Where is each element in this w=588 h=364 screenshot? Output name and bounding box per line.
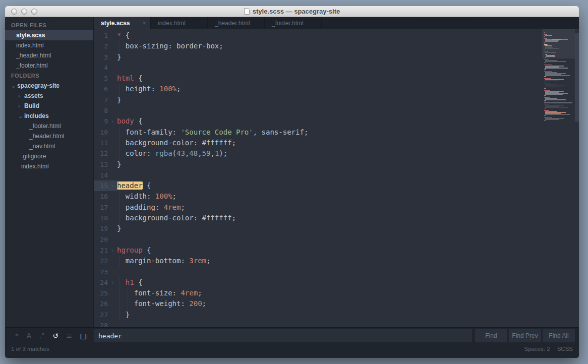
sidebar-folder-item[interactable]: ›Build [5,101,93,111]
open-file-item[interactable]: index.html [5,40,93,50]
minimap-mark [544,95,546,96]
code-line[interactable]: 25 font-size: 4rem; [94,288,542,298]
code-line[interactable]: 1* { [94,30,542,41]
gutter: 12 [94,148,117,159]
code-token: } [117,224,121,232]
code-text: body { [117,116,542,127]
code-line[interactable]: 4 [94,63,542,73]
find-button-find[interactable]: Find [475,329,507,342]
code-token: background-color: #ffffff; [117,139,236,147]
vertical-scrollbar[interactable] [575,29,579,327]
whole-word-icon[interactable]: ." [39,332,45,340]
code-token: ; [198,289,202,297]
code-line[interactable]: 3} [94,52,542,63]
code-token: } [117,311,130,319]
code-token: } [117,96,121,104]
line-number: 8 [94,105,108,116]
sidebar-file-item[interactable]: _header.html [5,131,93,141]
open-file-item[interactable]: _header.html [5,50,93,60]
code-line[interactable]: 23 [94,267,542,277]
code-line[interactable]: 2 box-sizing: border-box; [94,41,542,51]
code-line[interactable]: 20 [94,234,542,245]
sidebar-folder-item[interactable]: ⌄spacegray-site [5,81,93,91]
fold-arrow-icon[interactable]: › [108,245,117,256]
zoom-window-button[interactable] [31,9,37,15]
code-line[interactable]: 9›body { [94,116,542,127]
code-line[interactable]: 14 [94,170,542,180]
code-text [117,234,542,245]
find-input[interactable] [94,329,472,342]
tab-_footer-html[interactable]: _footer.html [265,17,322,29]
indent-status[interactable]: Spaces: 2 [524,346,550,352]
minimap-viewport[interactable] [542,29,575,58]
code-token: 100% [155,192,172,200]
fold-spacer [108,84,117,94]
in-selection-icon[interactable]: ≡ [66,332,72,340]
open-file-item[interactable]: _footer.html [5,60,93,71]
scrollbar-thumb[interactable] [575,33,579,122]
title-bar[interactable]: style.scss — spacegray-site [5,6,579,17]
sidebar-file-item[interactable]: _nav.html [5,141,93,151]
code-token: ); [219,149,227,157]
sidebar-file-item[interactable]: index.html [5,161,93,171]
code-line[interactable]: 22 margin-bottom: 3rem; [94,256,542,266]
code-line[interactable]: 10 font-family: 'Source Code Pro', sans-… [94,127,542,138]
sidebar-folder-item[interactable]: ⌄includes [5,111,93,121]
window-title: style.scss — spacegray-site [253,8,340,15]
gutter: 23 [94,267,117,277]
code-line[interactable]: 8 [94,105,542,116]
close-tab-icon[interactable]: × [142,19,146,27]
code-line[interactable]: 6 height: 100%; [94,84,542,94]
fold-arrow-icon[interactable]: › [108,277,117,288]
code-line[interactable]: 7} [94,95,542,105]
fold-arrow-icon[interactable]: › [108,180,117,191]
open-file-item[interactable]: style.scss [5,30,93,40]
close-window-button[interactable] [11,9,17,15]
code-line[interactable]: 16 width: 100%; [94,191,542,202]
sidebar-folder-item[interactable]: ›assets [5,91,93,101]
tab-index-html[interactable]: index.html [151,17,208,29]
tab-_header-html[interactable]: _header.html [208,17,265,29]
code-line[interactable]: 28 [94,320,542,327]
code-line[interactable]: 18 background-color: #ffffff; [94,213,542,223]
code-line[interactable]: 24› h1 { [94,277,542,288]
code-token: 100% [159,85,177,93]
find-button-find-all[interactable]: Find All [543,329,575,342]
editor[interactable]: 1* {2 box-sizing: border-box;3}45html {6… [94,29,579,327]
regex-icon[interactable]: * [15,332,19,340]
tab-style-scss[interactable]: style.scss× [94,17,151,29]
code-token: font-weight: [117,299,189,308]
gutter: 7 [94,95,117,105]
code-line[interactable]: 21›hgroup { [94,245,542,256]
code-text: padding: 4rem; [117,202,542,213]
highlight-matches-icon[interactable]: □ [80,332,87,340]
fold-spacer [108,73,117,84]
code-line[interactable]: 15›header { [94,180,542,191]
sidebar-file-item[interactable]: .gitignore [5,151,93,161]
fold-spacer [108,41,117,51]
minimize-window-button[interactable] [21,9,27,15]
minimap-mark [545,81,559,81]
code-line[interactable]: 19} [94,223,542,234]
code-line[interactable]: 12 color: rgba(43,48,59,1); [94,148,542,159]
find-button-find-prev[interactable]: Find Prev [509,329,541,342]
code-line[interactable]: 17 padding: 4rem; [94,202,542,213]
code-line[interactable]: 5html { [94,73,542,84]
fold-arrow-icon[interactable]: › [108,116,117,127]
syntax-status[interactable]: SCSS [557,346,573,352]
tab-label: index.html [158,20,186,27]
code-line[interactable]: 13} [94,159,542,170]
case-sensitive-icon[interactable]: A [27,332,32,340]
minimap[interactable] [542,29,575,327]
code-line[interactable]: 27 } [94,310,542,320]
tab-label: _footer.html [272,20,304,27]
minimap-mark [545,68,568,68]
line-number: 16 [94,191,108,202]
wrap-search-icon[interactable]: ↺ [52,332,58,340]
code-area[interactable]: 1* {2 box-sizing: border-box;3}45html {6… [94,29,542,327]
code-line[interactable]: 11 background-color: #ffffff; [94,138,542,148]
code-token: ; [181,203,185,211]
sublime-text-window: style.scss — spacegray-site OPEN FILES s… [5,6,579,358]
code-line[interactable]: 26 font-weight: 200; [94,298,542,309]
sidebar-file-item[interactable]: _footer.html [5,121,93,131]
